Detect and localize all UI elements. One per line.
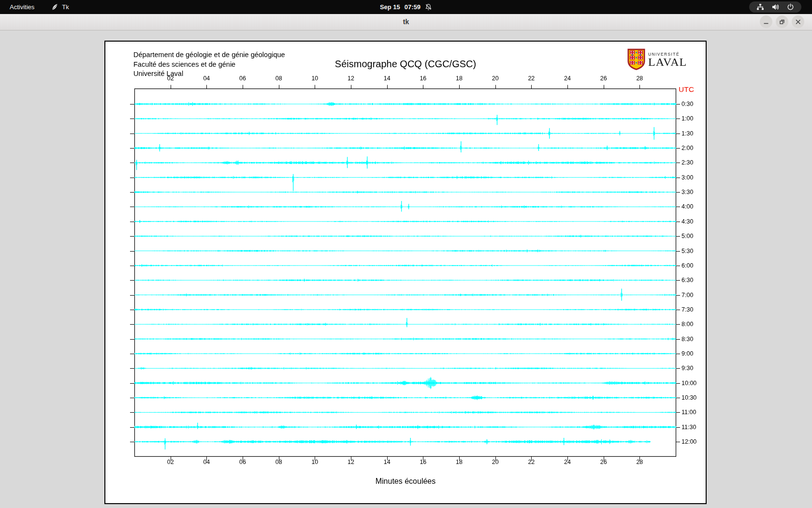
x-tick-label-top: 26	[596, 75, 611, 82]
app-name-label: Tk	[62, 3, 69, 11]
restore-window-icon	[776, 16, 788, 28]
clock-menu[interactable]: Sep 15 07:59	[375, 0, 437, 14]
x-tick-label-top: 10	[307, 75, 322, 82]
utc-time-label: 9:00	[682, 350, 693, 358]
utc-time-label: 6:30	[682, 276, 693, 284]
utc-time-label: 10:00	[682, 379, 696, 387]
utc-time-label: 3:30	[682, 188, 693, 196]
utc-time-label: 7:30	[682, 306, 693, 314]
utc-time-label: 9:30	[682, 364, 693, 372]
seismograph-canvas: Département de géologie et de génie géol…	[104, 41, 707, 504]
gnome-top-bar: Activities Tk Sep 15 07:59	[0, 0, 812, 14]
x-axis-title: Minutes écoulées	[105, 477, 706, 486]
x-tick-label-top: 20	[488, 75, 503, 82]
x-tick-label-bottom: 14	[380, 458, 394, 466]
x-tick-label-top: 18	[452, 75, 466, 82]
activities-button[interactable]: Activities	[5, 3, 39, 11]
utc-time-label: 12:00	[682, 438, 696, 446]
maximize-button[interactable]	[776, 15, 788, 28]
utc-time-label: 6:00	[682, 262, 693, 269]
logo-laval-label: LAVAL	[648, 57, 687, 67]
x-tick-label-top: 24	[560, 75, 575, 82]
utc-time-label: 11:00	[682, 408, 696, 416]
x-tick-label-bottom: 08	[272, 458, 286, 466]
desktop: Activities Tk Sep 15 07:59	[0, 0, 812, 508]
utc-time-label: 10:30	[682, 394, 696, 402]
figure-title: Séismographe QCQ (CGC/GSC)	[105, 59, 706, 70]
window-title-bar[interactable]: tk	[0, 14, 812, 30]
utc-time-label: 3:00	[682, 174, 693, 181]
x-tick-label-top: 02	[163, 75, 178, 82]
x-tick-label-bottom: 04	[199, 458, 214, 466]
minimize-button[interactable]	[760, 15, 772, 28]
activities-label: Activities	[10, 3, 34, 11]
utc-time-label: 7:00	[682, 291, 693, 299]
utc-time-label: 4:00	[682, 203, 693, 210]
window-title: tk	[0, 14, 812, 30]
power-icon	[787, 3, 794, 11]
close-button[interactable]	[792, 15, 804, 28]
utc-time-label: 1:00	[682, 115, 693, 122]
x-tick-label-bottom: 20	[488, 458, 503, 466]
x-tick-label-bottom: 22	[524, 458, 538, 466]
x-tick-label-bottom: 24	[560, 458, 575, 466]
x-tick-label-bottom: 16	[416, 458, 430, 466]
x-tick-label-bottom: 28	[632, 458, 647, 466]
utc-time-label: 5:30	[682, 247, 693, 255]
utc-time-label: 5:00	[682, 232, 693, 240]
utc-time-label: 2:00	[682, 144, 693, 152]
system-status-menu[interactable]	[749, 1, 801, 13]
x-tick-label-bottom: 02	[163, 458, 178, 466]
trace-canvas	[105, 42, 706, 503]
x-tick-label-top: 14	[380, 75, 394, 82]
x-tick-label-top: 12	[344, 75, 358, 82]
laval-shield-icon	[627, 48, 645, 70]
x-tick-label-top: 08	[272, 75, 286, 82]
clock-date: Sep 15	[380, 3, 400, 11]
x-tick-label-top: 28	[632, 75, 647, 82]
close-icon	[792, 16, 804, 28]
utc-time-label: 1:30	[682, 130, 693, 137]
utc-time-label: 4:30	[682, 218, 693, 225]
utc-axis-label: UTC	[679, 85, 694, 94]
x-tick-label-bottom: 18	[452, 458, 466, 466]
utc-time-label: 11:30	[682, 423, 696, 431]
utc-time-label: 0:30	[682, 100, 693, 108]
x-tick-label-bottom: 12	[344, 458, 358, 466]
utc-time-label: 8:30	[682, 335, 693, 343]
volume-icon	[771, 3, 780, 11]
x-tick-label-top: 16	[416, 75, 430, 82]
x-tick-label-top: 22	[524, 75, 538, 82]
utc-time-label: 2:30	[682, 159, 693, 166]
x-tick-label-bottom: 26	[596, 458, 611, 466]
network-icon	[756, 3, 764, 11]
minimize-icon	[760, 16, 772, 28]
x-tick-label-bottom: 06	[235, 458, 250, 466]
utc-time-label: 8:00	[682, 320, 693, 328]
x-tick-label-top: 06	[235, 75, 250, 82]
notifications-off-icon	[425, 3, 432, 11]
x-tick-label-bottom: 10	[307, 458, 322, 466]
app-menu[interactable]: Tk	[46, 3, 73, 11]
x-tick-label-top: 04	[199, 75, 214, 82]
universite-laval-logo: UNIVERSITÉ LAVAL	[627, 48, 687, 70]
tk-app-icon	[51, 3, 58, 11]
clock-time: 07:59	[405, 3, 420, 11]
